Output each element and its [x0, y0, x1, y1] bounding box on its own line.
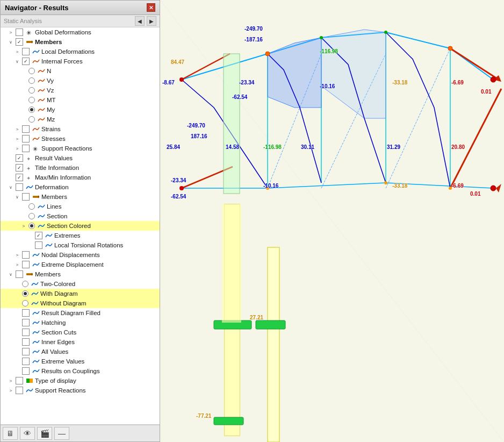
tree-item-strains[interactable]: >Strains [1, 124, 160, 134]
tree-item-local-def[interactable]: >Local Deformations [1, 47, 160, 56]
footer-camera-btn[interactable]: 🎬 [37, 427, 52, 440]
tree-item-all-values[interactable]: All Values [1, 347, 160, 357]
tree-item-MT[interactable]: MT [1, 95, 160, 105]
tree-item-type-display[interactable]: >Type of display [1, 376, 160, 386]
radio-My[interactable] [28, 106, 35, 113]
radio-N[interactable] [28, 68, 35, 74]
tree-item-hatching[interactable]: Hatching [1, 318, 160, 327]
checkbox-internal-forces[interactable] [22, 58, 30, 65]
checkbox-local-torsional[interactable] [35, 241, 42, 249]
tree-item-with-diagram[interactable]: With Diagram [1, 289, 160, 298]
tree-item-internal-forces[interactable]: ∨Internal Forces [1, 56, 160, 66]
checkbox-strains[interactable] [22, 125, 30, 133]
radio-Vy[interactable] [28, 77, 35, 84]
checkbox-extremes[interactable] [35, 232, 42, 239]
footer-eye-btn[interactable]: 👁 [20, 427, 35, 440]
checkbox-local-def[interactable] [22, 48, 30, 55]
tree-item-result-values[interactable]: ✦Result Values [1, 153, 160, 163]
tree-item-two-colored[interactable]: Two-Colored [1, 279, 160, 289]
tree-item-extremes[interactable]: Extremes [1, 231, 160, 240]
checkbox-maxmin-info[interactable] [16, 174, 23, 181]
expander-strains[interactable]: > [13, 127, 21, 132]
checkbox-title-info[interactable] [16, 164, 23, 172]
tree-item-lines[interactable]: Lines [1, 202, 160, 211]
radio-without-diagram[interactable] [22, 300, 28, 306]
tree-item-section-colored[interactable]: >Section Colored [1, 221, 160, 231]
expander-extreme-disp[interactable]: > [13, 262, 21, 267]
tree-item-stresses[interactable]: >Stresses [1, 134, 160, 144]
tree-item-members3[interactable]: ∨Members [1, 269, 160, 279]
checkbox-extreme-disp[interactable] [22, 261, 30, 268]
expander-deformation[interactable]: ∨ [7, 185, 15, 190]
tree-item-Mz[interactable]: Mz [1, 115, 160, 124]
expander-nodal-disp[interactable]: > [13, 253, 21, 258]
radio-with-diagram[interactable] [22, 290, 28, 297]
tree-item-Vy[interactable]: Vy [1, 76, 160, 85]
tree-item-results-couplings[interactable]: Results on Couplings [1, 366, 160, 376]
toolbar-next-button[interactable]: ▶ [147, 16, 156, 26]
tree-item-maxmin-info[interactable]: ✦Max/Min Information [1, 173, 160, 182]
radio-MT[interactable] [28, 97, 35, 103]
label-extremes: Extremes [54, 232, 81, 239]
close-button[interactable]: ✕ [147, 3, 155, 12]
tree-item-global-def[interactable]: >✳Global Deformations [1, 27, 160, 37]
checkbox-nodal-disp[interactable] [22, 251, 30, 259]
checkbox-members3[interactable] [16, 270, 23, 278]
tree-item-Vz[interactable]: Vz [1, 85, 160, 95]
expander-members3[interactable]: ∨ [7, 272, 15, 277]
expander-section-colored[interactable]: > [20, 224, 27, 229]
checkbox-global-def[interactable] [16, 28, 23, 36]
checkbox-deformation[interactable] [16, 183, 23, 191]
toolbar-prev-button[interactable]: ◀ [135, 16, 145, 26]
expander-support-react1[interactable]: > [13, 146, 21, 151]
checkbox-members1[interactable] [16, 38, 23, 46]
radio-section[interactable] [28, 213, 35, 219]
checkbox-type-display[interactable] [16, 377, 23, 384]
tree-item-section[interactable]: Section [1, 211, 160, 221]
tree-item-section-cuts[interactable]: Section Cuts [1, 327, 160, 337]
checkbox-result-filled[interactable] [22, 309, 30, 317]
checkbox-inner-edges[interactable] [22, 338, 30, 346]
footer-display-btn[interactable]: 🖥 [3, 427, 18, 440]
tree-item-title-info[interactable]: ✦Title Information [1, 163, 160, 173]
tree-item-local-torsional[interactable]: Local Torsional Rotations [1, 240, 160, 250]
radio-lines[interactable] [28, 203, 35, 210]
expander-members2[interactable]: ∨ [13, 195, 21, 199]
tree-item-nodal-disp[interactable]: >Nodal Displacements [1, 250, 160, 260]
checkbox-support-react1[interactable] [22, 145, 30, 152]
checkbox-results-couplings[interactable] [22, 367, 30, 375]
checkbox-hatching[interactable] [22, 319, 30, 326]
tree-item-result-filled[interactable]: Result Diagram Filled [1, 308, 160, 318]
footer-line-btn[interactable]: — [54, 427, 69, 440]
tree-item-My[interactable]: My [1, 105, 160, 115]
tree-item-extreme-disp[interactable]: >Extreme Displacement [1, 260, 160, 269]
expander-local-def[interactable]: > [13, 49, 21, 54]
tree-item-without-diagram[interactable]: Without Diagram [1, 298, 160, 308]
checkbox-extreme-values[interactable] [22, 358, 30, 365]
tree-item-extreme-values[interactable]: Extreme Values [1, 357, 160, 366]
expander-type-display[interactable]: > [7, 379, 15, 383]
expander-members1[interactable]: ∨ [7, 40, 15, 45]
checkbox-section-cuts[interactable] [22, 329, 30, 336]
tree-item-deformation[interactable]: ∨Deformation [1, 182, 160, 192]
checkbox-result-values[interactable] [16, 154, 23, 162]
radio-Vz[interactable] [28, 87, 35, 94]
tree-item-members1[interactable]: ∨Members [1, 37, 160, 47]
checkbox-all-values[interactable] [22, 348, 30, 355]
expander-internal-forces[interactable]: ∨ [13, 59, 21, 64]
tree-item-support-react2[interactable]: >Support Reactions [1, 386, 160, 395]
radio-section-colored[interactable] [28, 223, 35, 229]
checkbox-support-react2[interactable] [16, 387, 23, 394]
radio-two-colored[interactable] [22, 281, 28, 287]
tree-item-members2[interactable]: ∨Members [1, 192, 160, 202]
tree-item-N[interactable]: N [1, 66, 160, 76]
checkbox-members2[interactable] [22, 193, 30, 201]
icon-type-display [25, 376, 34, 385]
expander-global-def[interactable]: > [7, 30, 15, 35]
expander-support-react2[interactable]: > [7, 388, 15, 393]
tree-item-support-react1[interactable]: >✳Support Reactions [1, 144, 160, 153]
tree-item-inner-edges[interactable]: Inner Edges [1, 337, 160, 347]
expander-stresses[interactable]: > [13, 137, 21, 141]
radio-Mz[interactable] [28, 116, 35, 123]
checkbox-stresses[interactable] [22, 135, 30, 142]
